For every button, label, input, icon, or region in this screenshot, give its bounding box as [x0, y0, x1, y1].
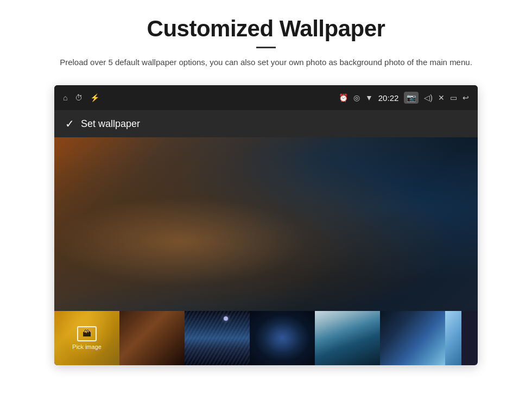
status-left: ⌂ ⏱ ⚡ — [63, 93, 99, 102]
wallpaper-thumbnail-5[interactable] — [315, 311, 380, 365]
action-bar-label: Set wallpaper — [81, 118, 140, 130]
clock-icon: ⏱ — [75, 93, 83, 102]
window-icon: ▭ — [450, 93, 457, 102]
camera-icon: 📷 — [404, 92, 419, 104]
usb-icon: ⚡ — [90, 93, 99, 102]
home-icon: ⌂ — [63, 93, 67, 102]
title-divider — [256, 47, 276, 48]
pick-image-label: Pick image — [72, 344, 102, 350]
page-title: Customized Wallpaper — [60, 16, 472, 41]
page-container: Customized Wallpaper Preload over 5 defa… — [0, 0, 532, 394]
wallpaper-preview — [54, 137, 478, 311]
check-icon: ✓ — [65, 117, 74, 130]
wallpaper-thumbnail-3[interactable] — [185, 311, 250, 365]
pick-image-icon — [77, 326, 97, 341]
alarm-icon: ⏰ — [339, 93, 348, 102]
wallpaper-thumbnail-2[interactable] — [119, 311, 185, 365]
action-bar: ✓ Set wallpaper — [54, 110, 478, 137]
status-right: ⏰ ◎ ▼ 20:22 📷 ◁) ✕ ▭ ↩ — [339, 92, 469, 104]
volume-icon: ◁) — [424, 93, 433, 102]
close-icon: ✕ — [438, 93, 445, 102]
wallpaper-thumbnail-6[interactable] — [380, 311, 445, 365]
pick-image-thumbnail[interactable]: Pick image — [54, 311, 119, 365]
wallpaper-thumbnail-7-partial — [445, 311, 461, 365]
thumbnail-strip: Pick image — [54, 311, 478, 365]
location-icon: ◎ — [353, 93, 360, 102]
time-display: 20:22 — [378, 93, 399, 103]
wallpaper-thumbnail-4[interactable] — [250, 311, 315, 365]
title-section: Customized Wallpaper Preload over 5 defa… — [60, 16, 472, 69]
wifi-icon: ▼ — [365, 93, 373, 102]
status-bar: ⌂ ⏱ ⚡ ⏰ ◎ ▼ 20:22 📷 ◁) ✕ — [54, 85, 478, 110]
device-frame: ⌂ ⏱ ⚡ ⏰ ◎ ▼ 20:22 📷 ◁) ✕ — [54, 85, 478, 365]
back-icon: ↩ — [463, 93, 469, 102]
page-subtitle: Preload over 5 default wallpaper options… — [60, 56, 472, 69]
